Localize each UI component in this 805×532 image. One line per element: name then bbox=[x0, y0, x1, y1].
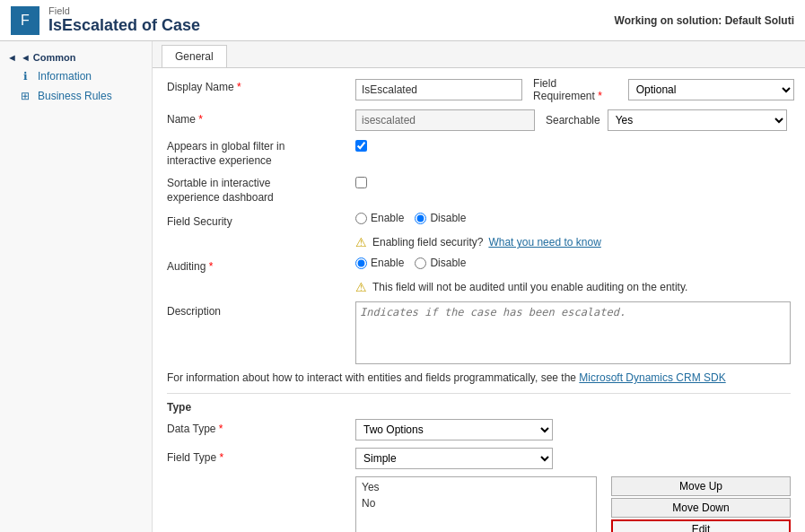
field-security-label: Field Security bbox=[167, 212, 355, 228]
auditing-warning-row: ⚠ This field will not be audited until y… bbox=[167, 280, 791, 294]
field-security-disable-label: Disable bbox=[430, 212, 466, 224]
sidebar-item-label-information: Information bbox=[38, 70, 92, 83]
auditing-radio-group: Enable Disable bbox=[355, 257, 466, 269]
header-title: IsEscalated of Case bbox=[48, 16, 200, 35]
sortable-checkbox[interactable] bbox=[355, 177, 367, 188]
move-up-button[interactable]: Move Up bbox=[611, 476, 791, 496]
display-name-controls: Field Requirement * Optional Business Re… bbox=[355, 77, 794, 102]
auditing-disable-label: Disable bbox=[430, 257, 466, 269]
options-buttons: Move Up Move Down Edit bbox=[611, 476, 791, 532]
field-security-enable-option: Enable bbox=[355, 212, 404, 224]
sidebar-item-label-business-rules: Business Rules bbox=[38, 90, 112, 102]
tab-general[interactable]: General bbox=[162, 45, 227, 67]
app-container: F Field IsEscalated of Case Working on s… bbox=[0, 0, 805, 532]
type-section: Type Data Type * Two Options Field T bbox=[167, 393, 791, 532]
sidebar-section-label: ◄ Common bbox=[21, 52, 76, 63]
appears-in-global-label: Appears in global filter ininteractive e… bbox=[167, 138, 355, 168]
field-type-select[interactable]: Simple bbox=[355, 448, 553, 469]
sortable-label: Sortable in interactiveexperience dashbo… bbox=[167, 175, 355, 205]
field-security-row: Field Security Enable Disable bbox=[167, 212, 791, 228]
field-requirement-label: Field Requirement * bbox=[533, 77, 621, 102]
sdk-info: For information about how to interact wi… bbox=[167, 371, 791, 384]
auditing-row: Auditing * Enable Disable bbox=[167, 257, 791, 273]
searchable-select[interactable]: Yes No bbox=[608, 109, 787, 131]
options-spacer bbox=[167, 476, 355, 532]
auditing-enable-label: Enable bbox=[371, 257, 404, 269]
field-security-warning-text: ⚠ Enabling field security? What you need… bbox=[355, 235, 791, 249]
field-security-enable-radio[interactable] bbox=[355, 213, 367, 224]
auditing-enable-radio[interactable] bbox=[355, 257, 367, 269]
header-title-group: Field IsEscalated of Case bbox=[48, 5, 200, 35]
field-requirement-select[interactable]: Optional Business Required Business Reco… bbox=[628, 79, 794, 100]
name-controls: Searchable Yes No bbox=[355, 109, 791, 131]
auditing-disable-option: Disable bbox=[415, 257, 466, 269]
field-security-disable-option: Disable bbox=[415, 212, 466, 224]
appears-in-global-checkbox[interactable] bbox=[355, 140, 367, 152]
sidebar: ◄ ◄ Common ℹ Information ⊞ Business Rule… bbox=[0, 41, 153, 532]
sidebar-item-information[interactable]: ℹ Information bbox=[0, 66, 152, 86]
options-content: Yes No Move Up Move Down Edit bbox=[355, 476, 791, 532]
header-left: F Field IsEscalated of Case bbox=[11, 5, 200, 35]
working-on-label: Working on solution: Default Soluti bbox=[615, 14, 794, 27]
sidebar-section-title: ◄ ◄ Common bbox=[0, 48, 152, 66]
information-icon: ℹ bbox=[18, 69, 32, 83]
move-down-button[interactable]: Move Down bbox=[611, 498, 791, 518]
field-icon: F bbox=[11, 6, 39, 35]
form-area: Display Name * Field Requirement * Optio… bbox=[153, 68, 805, 532]
auditing-label: Auditing * bbox=[167, 257, 355, 273]
field-security-radio-group: Enable Disable bbox=[355, 212, 466, 224]
searchable-label: Searchable bbox=[546, 114, 600, 126]
data-type-select[interactable]: Two Options bbox=[355, 419, 553, 440]
field-security-link[interactable]: What you need to know bbox=[488, 236, 600, 249]
description-row: Description bbox=[167, 301, 791, 364]
sidebar-item-business-rules[interactable]: ⊞ Business Rules bbox=[0, 86, 152, 106]
display-name-label: Display Name * bbox=[167, 77, 355, 93]
options-area: Yes No Move Up Move Down Edit bbox=[167, 476, 791, 532]
auditing-disable-radio[interactable] bbox=[415, 257, 426, 269]
description-textarea[interactable] bbox=[355, 301, 791, 364]
tab-bar: General bbox=[153, 41, 805, 68]
edit-button[interactable]: Edit bbox=[611, 519, 791, 532]
header: F Field IsEscalated of Case Working on s… bbox=[0, 0, 805, 41]
field-type-label: Field Type * bbox=[167, 448, 355, 464]
type-section-title: Type bbox=[167, 401, 791, 414]
auditing-warning-text: ⚠ This field will not be audited until y… bbox=[355, 280, 791, 294]
warning-icon-security: ⚠ bbox=[355, 235, 367, 249]
description-label: Description bbox=[167, 301, 355, 318]
warning-icon-auditing: ⚠ bbox=[355, 280, 367, 294]
field-security-enable-label: Enable bbox=[371, 212, 404, 224]
display-name-input[interactable] bbox=[355, 79, 522, 100]
sortable-row: Sortable in interactiveexperience dashbo… bbox=[167, 175, 791, 205]
sdk-link[interactable]: Microsoft Dynamics CRM SDK bbox=[579, 371, 725, 384]
name-input[interactable] bbox=[355, 109, 535, 131]
name-label: Name * bbox=[167, 109, 355, 126]
main-content: General Display Name * Field Requirement… bbox=[153, 41, 805, 532]
body: ◄ ◄ Common ℹ Information ⊞ Business Rule… bbox=[0, 41, 805, 532]
searchable-group: Searchable Yes No bbox=[546, 109, 787, 131]
sidebar-collapse-icon[interactable]: ◄ bbox=[7, 52, 17, 63]
field-type-row: Field Type * Simple bbox=[167, 448, 791, 469]
field-requirement-group: Field Requirement * Optional Business Re… bbox=[533, 77, 794, 102]
display-name-row: Display Name * Field Requirement * Optio… bbox=[167, 77, 791, 102]
data-type-label: Data Type * bbox=[167, 419, 355, 435]
business-rules-icon: ⊞ bbox=[18, 89, 32, 103]
field-security-warning-row: ⚠ Enabling field security? What you need… bbox=[167, 235, 791, 249]
field-security-disable-radio[interactable] bbox=[415, 213, 426, 224]
data-type-row: Data Type * Two Options bbox=[167, 419, 791, 440]
options-container: Yes No Move Up Move Down Edit bbox=[355, 476, 791, 532]
option-yes[interactable]: Yes bbox=[358, 479, 594, 495]
name-row: Name * Searchable Yes No bbox=[167, 109, 791, 131]
options-list: Yes No bbox=[355, 476, 597, 532]
appears-in-global-row: Appears in global filter ininteractive e… bbox=[167, 138, 791, 168]
header-breadcrumb: Field bbox=[48, 5, 200, 16]
auditing-enable-option: Enable bbox=[355, 257, 404, 269]
option-no[interactable]: No bbox=[358, 495, 594, 511]
